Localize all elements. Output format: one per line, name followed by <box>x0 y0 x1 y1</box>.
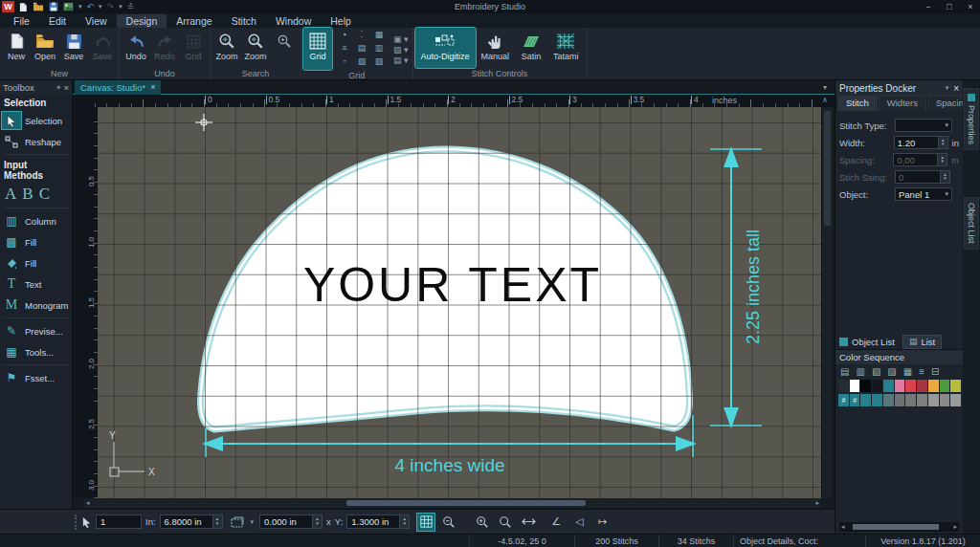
tool-fill-pattern[interactable]: ▩ Fill <box>0 231 72 252</box>
scroll-left-icon[interactable]: ◂ <box>86 498 90 508</box>
width-spinner[interactable]: ▲▼ <box>939 136 948 149</box>
color-swatch[interactable] <box>940 380 950 392</box>
grid-option-icon[interactable]: ▧ <box>358 56 367 70</box>
offset-spinner[interactable]: ▲▼ <box>313 514 323 529</box>
tool-reshape[interactable]: Reshape <box>0 131 72 152</box>
color-swatch[interactable] <box>850 380 860 392</box>
tool-monogram[interactable]: M Monogram <box>0 295 72 316</box>
stitch-type-select[interactable]: ▾ <box>895 119 952 132</box>
color-swatch[interactable] <box>917 394 927 406</box>
new-button[interactable]: New <box>2 28 31 68</box>
palette-scrollbar[interactable]: ◂ ▸ <box>839 522 959 532</box>
grid-option-icon[interactable]: ▪ <box>343 30 345 43</box>
color-swatch[interactable] <box>883 394 894 406</box>
vertical-scrollbar[interactable] <box>821 107 833 498</box>
tool-fsset[interactable]: ⚑ Fsset... <box>0 367 72 388</box>
color-swatch[interactable] <box>872 394 882 406</box>
grid-options-icons[interactable]: ▪⁚▦ ≡▤▥ ▫▧▨ <box>332 28 390 70</box>
zoom-tool-button[interactable] <box>270 28 299 68</box>
speaker-icon[interactable]: ◁ <box>570 514 588 531</box>
undo-button[interactable]: Undo <box>122 28 150 68</box>
color-swatch[interactable] <box>928 394 939 406</box>
offset-input[interactable]: 0.000 in <box>259 514 313 529</box>
width-input[interactable]: 1.20 <box>894 136 939 149</box>
scroll-thumb[interactable] <box>346 500 586 506</box>
color-swatch[interactable] <box>883 380 894 392</box>
menu-item-arrange[interactable]: Arrange <box>167 14 221 28</box>
grid-option-icon[interactable]: ▤ <box>358 43 367 56</box>
grid-option-icon[interactable]: ⁚ <box>361 30 364 43</box>
tool-fill-bucket[interactable]: Fill <box>0 252 72 274</box>
color-swatch[interactable] <box>838 380 849 392</box>
menu-item-design[interactable]: Design <box>117 14 167 28</box>
color-swatch[interactable] <box>895 394 905 406</box>
save-button[interactable]: Save <box>59 28 88 68</box>
menu-item-view[interactable]: View <box>76 14 117 28</box>
grid-option-icon[interactable]: ▥ <box>375 43 384 56</box>
jump-icon[interactable]: ↦ <box>593 514 611 531</box>
color-swatch[interactable] <box>860 394 871 406</box>
color-swatch[interactable] <box>940 394 950 406</box>
cycle-colors-icon[interactable]: ▨ <box>887 366 896 377</box>
menu-item-file[interactable]: File <box>4 14 39 28</box>
open-button[interactable]: Open <box>31 28 59 68</box>
tab-stitch[interactable]: Stitch <box>837 96 878 111</box>
tool-tools[interactable]: ▦ Tools... <box>0 341 72 362</box>
reference-tool-icon[interactable] <box>231 516 245 528</box>
zoom-tool-icon[interactable] <box>497 514 514 531</box>
scroll-right-icon[interactable]: ▸ <box>953 522 957 532</box>
pin-icon[interactable]: ⌖ <box>56 83 61 93</box>
save-as-button[interactable]: Save <box>88 28 117 68</box>
grid-toggle-button[interactable] <box>417 514 434 531</box>
stich-ssing-input[interactable]: 0 <box>895 170 941 184</box>
zoom-button-1[interactable]: Zoom <box>212 28 241 68</box>
design-text[interactable]: YOUR TEXT <box>303 257 602 313</box>
color-swatch[interactable] <box>905 394 916 406</box>
grid-toggle-button[interactable]: Grid <box>303 28 332 70</box>
letter-c[interactable]: C <box>39 185 50 204</box>
tab-widters[interactable]: Widters <box>879 96 926 111</box>
maximize-button[interactable]: □ <box>940 2 959 11</box>
manual-button[interactable]: Manual <box>476 28 516 68</box>
grid-option-icon[interactable]: ≡ <box>342 43 346 56</box>
tool-selection[interactable]: Selection <box>0 110 72 131</box>
scroll-right-icon[interactable]: ▸ <box>815 498 819 508</box>
close-icon[interactable]: × <box>63 82 69 93</box>
auto-digitize-button[interactable]: Auto-Digitize <box>415 28 476 68</box>
color-swatch[interactable] <box>872 380 882 392</box>
tool-text[interactable]: T Text <box>0 274 72 295</box>
color-swatch[interactable] <box>950 394 961 406</box>
side-tab-object-list[interactable]: Object List <box>964 197 979 250</box>
tatami-button[interactable]: Tatami <box>547 28 585 68</box>
in-value-input[interactable]: 6.8000 in <box>160 514 213 529</box>
copy-icon[interactable]: ▥ <box>856 366 864 377</box>
color-swatch[interactable] <box>860 380 871 392</box>
hoop-icon[interactable]: ▤ ▾ <box>393 55 409 65</box>
hatch-style-icon[interactable]: ▨ ▾ <box>393 45 409 55</box>
count-input[interactable]: 1 <box>96 514 142 529</box>
stich-ssing-spinner[interactable]: ▲▼ <box>941 170 950 184</box>
color-swatch[interactable] <box>895 380 905 392</box>
spacing-spinner[interactable]: ▲▼ <box>938 153 947 166</box>
grid-small-button[interactable]: Grid <box>179 28 208 68</box>
grid-option-icon[interactable]: ▦ <box>375 30 384 43</box>
grid-option-icon[interactable]: ▫ <box>343 56 345 70</box>
y-value-input[interactable]: 1.3000 in <box>346 514 400 529</box>
tool-column[interactable]: ▥ Column <box>0 210 72 231</box>
list-view-icon[interactable]: ≡ <box>919 366 924 377</box>
design-canvas[interactable]: Y X YOUR TEXT 2.25 inches tall 4 inches … <box>98 107 821 498</box>
scroll-up-icon[interactable]: ∧ <box>822 96 828 104</box>
object-list-tab[interactable]: Object List <box>839 337 895 347</box>
zoom-out-icon[interactable] <box>440 514 457 531</box>
in-spinner[interactable]: ▲▼ <box>213 514 223 529</box>
pan-icon[interactable] <box>520 514 537 531</box>
zoom-button-2[interactable]: Zoom <box>241 28 270 68</box>
canvas-tab[interactable]: Canvas: Studio* × <box>75 80 161 95</box>
menu-item-stitch[interactable]: Stitch <box>222 14 266 28</box>
y-spinner[interactable]: ▲▼ <box>400 514 410 529</box>
scroll-thumb[interactable] <box>853 524 939 530</box>
menu-item-help[interactable]: Help <box>321 14 361 28</box>
toolbar-grip[interactable] <box>75 514 78 530</box>
layers-icon[interactable]: ▦ <box>903 366 912 377</box>
color-swatch[interactable] <box>950 380 961 392</box>
